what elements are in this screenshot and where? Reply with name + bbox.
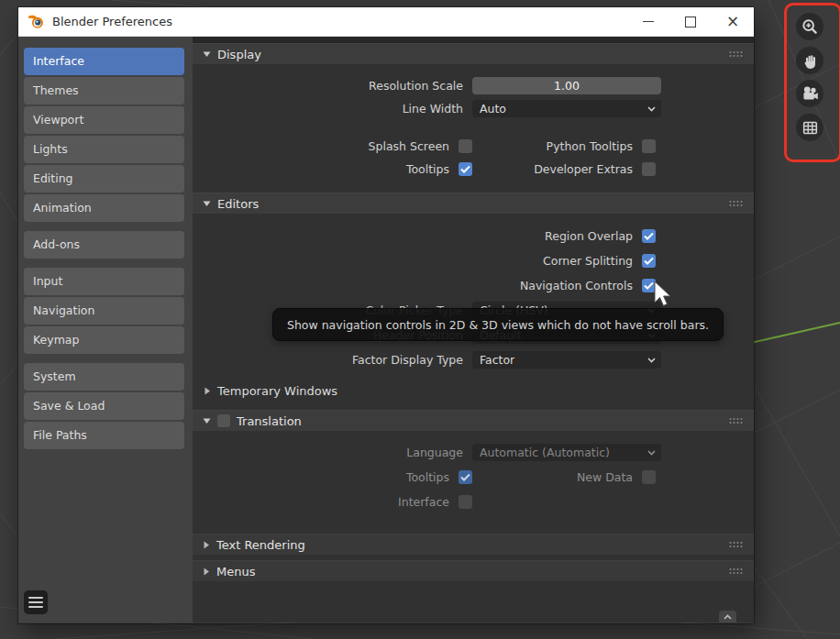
text-rendering-panel-title: Text Rendering: [216, 538, 305, 552]
tooltips-checkbox[interactable]: [459, 162, 472, 176]
check-icon: [644, 281, 654, 290]
text-rendering-panel-header[interactable]: Text Rendering: [193, 534, 754, 555]
blender-logo-icon: [27, 13, 45, 31]
translation-tooltips-newdata-row: Tooltips New Data: [193, 468, 754, 486]
sidebar-item-editing[interactable]: Editing: [24, 165, 184, 193]
maximize-icon: [685, 17, 696, 28]
sidebar-item-system[interactable]: System: [24, 363, 184, 391]
language-row: Language Automatic (Automatic): [193, 443, 754, 461]
sidebar-item-navigation[interactable]: Navigation: [24, 297, 184, 325]
translation-interface-checkbox[interactable]: [459, 495, 472, 509]
python-tooltips-checkbox[interactable]: [642, 139, 656, 153]
menus-panel-header[interactable]: Menus: [193, 560, 754, 581]
developer-extras-label: Developer Extras: [472, 162, 642, 176]
collapse-triangle-icon: [203, 567, 210, 576]
region-overlap-checkbox[interactable]: [642, 229, 656, 243]
sidebar-item-addons[interactable]: Add-ons: [24, 231, 184, 259]
sidebar-group-system: System Save & Load File Paths: [24, 363, 184, 449]
sidebar-item-lights[interactable]: Lights: [24, 136, 184, 163]
sidebar-group-input: Input Navigation Keymap: [24, 268, 184, 354]
translation-panel-header[interactable]: Translation: [193, 410, 754, 431]
sidebar-group-addons: Add-ons: [24, 231, 184, 259]
drag-handle-icon[interactable]: [729, 50, 743, 58]
new-data-label: New Data: [472, 470, 642, 484]
developer-extras-checkbox[interactable]: [642, 162, 656, 176]
expand-triangle-icon: [203, 417, 211, 424]
corner-splitting-row: Corner Splitting: [193, 251, 754, 270]
translation-panel-title: Translation: [237, 414, 302, 428]
translation-tooltips-checkbox[interactable]: [459, 470, 472, 484]
new-data-checkbox[interactable]: [642, 470, 656, 484]
grid-gizmo-button[interactable]: [796, 114, 823, 141]
preferences-sidebar: Interface Themes Viewport Lights Editing…: [18, 37, 193, 622]
editors-panel-header[interactable]: Editors: [193, 193, 754, 214]
zoom-gizmo-button[interactable]: [796, 13, 823, 40]
language-label: Language: [193, 446, 472, 459]
display-panel-title: Display: [217, 48, 261, 61]
sidebar-item-interface[interactable]: Interface: [24, 48, 184, 75]
temporary-windows-title: Temporary Windows: [217, 384, 337, 398]
drag-handle-icon[interactable]: [729, 417, 743, 424]
zoom-in-icon: [800, 17, 820, 37]
expand-triangle-icon: [203, 50, 211, 58]
menu-icon: [28, 597, 43, 600]
collapse-triangle-icon: [203, 541, 210, 549]
temporary-windows-subpanel-header[interactable]: Temporary Windows: [193, 381, 754, 400]
editors-panel-title: Editors: [217, 197, 259, 211]
resolution-scale-field[interactable]: 1.00: [472, 77, 661, 94]
chevron-down-icon: [647, 106, 656, 112]
grid-view-icon: [801, 118, 820, 138]
sidebar-group-interface: Interface Themes Viewport Lights Editing…: [24, 48, 184, 222]
chevron-down-icon: [647, 358, 656, 363]
preferences-menu-button[interactable]: [24, 590, 48, 614]
navigation-controls-checkbox[interactable]: [642, 279, 656, 292]
corner-splitting-checkbox[interactable]: [642, 254, 656, 268]
sidebar-item-save-load[interactable]: Save & Load: [24, 392, 184, 420]
preferences-main-panel: Display Resolution Scale 1.00 Line Width: [193, 37, 754, 622]
display-panel-header[interactable]: Display: [193, 43, 754, 64]
expand-triangle-icon: [203, 200, 211, 207]
maximize-button[interactable]: [669, 7, 712, 36]
drag-handle-icon[interactable]: [729, 541, 743, 548]
pan-gizmo-button[interactable]: [796, 47, 823, 74]
factor-display-type-dropdown[interactable]: Factor: [472, 351, 661, 369]
navigation-controls-tooltip: Show navigation controls in 2D & 3D view…: [272, 308, 724, 341]
splash-screen-label: Splash Screen: [193, 139, 459, 153]
sidebar-item-viewport[interactable]: Viewport: [24, 106, 184, 134]
translation-interface-label: Interface: [193, 495, 459, 509]
chevron-up-icon: [724, 614, 732, 620]
sidebar-item-input[interactable]: Input: [24, 268, 184, 295]
hand-pan-icon: [801, 51, 820, 71]
navigation-controls-row: Navigation Controls: [193, 276, 754, 294]
check-icon: [644, 232, 654, 240]
close-button[interactable]: ×: [712, 7, 754, 36]
corner-splitting-label: Corner Splitting: [472, 254, 642, 268]
drag-handle-icon[interactable]: [729, 567, 743, 575]
menus-panel: Menus: [193, 560, 754, 581]
check-icon: [644, 257, 654, 265]
navigation-controls-label: Navigation Controls: [472, 279, 642, 292]
factor-display-type-row: Factor Display Type Factor: [193, 350, 754, 369]
line-width-dropdown[interactable]: Auto: [472, 100, 661, 117]
minimize-icon: [643, 21, 654, 23]
python-tooltips-label: Python Tooltips: [472, 139, 642, 153]
scroll-up-button[interactable]: [719, 611, 736, 622]
factor-display-type-label: Factor Display Type: [193, 353, 472, 367]
sidebar-item-animation[interactable]: Animation: [24, 194, 184, 222]
splash-screen-checkbox[interactable]: [459, 139, 472, 153]
sidebar-item-keymap[interactable]: Keymap: [24, 326, 184, 354]
tooltips-label: Tooltips: [193, 162, 459, 176]
tooltips-devextras-row: Tooltips Developer Extras: [193, 160, 754, 178]
close-icon: ×: [726, 14, 739, 29]
camera-gizmo-button[interactable]: [796, 80, 823, 107]
translation-enable-checkbox[interactable]: [217, 414, 230, 427]
resolution-scale-label: Resolution Scale: [193, 79, 472, 93]
drag-handle-icon[interactable]: [729, 200, 743, 207]
sidebar-item-themes[interactable]: Themes: [24, 77, 184, 105]
minimize-button[interactable]: [627, 7, 669, 36]
line-width-row: Line Width Auto: [193, 99, 754, 117]
translation-panel: Translation Language Automatic (Automati…: [193, 410, 754, 533]
sidebar-item-file-paths[interactable]: File Paths: [24, 422, 184, 449]
line-width-label: Line Width: [193, 102, 472, 116]
language-dropdown[interactable]: Automatic (Automatic): [472, 444, 661, 461]
